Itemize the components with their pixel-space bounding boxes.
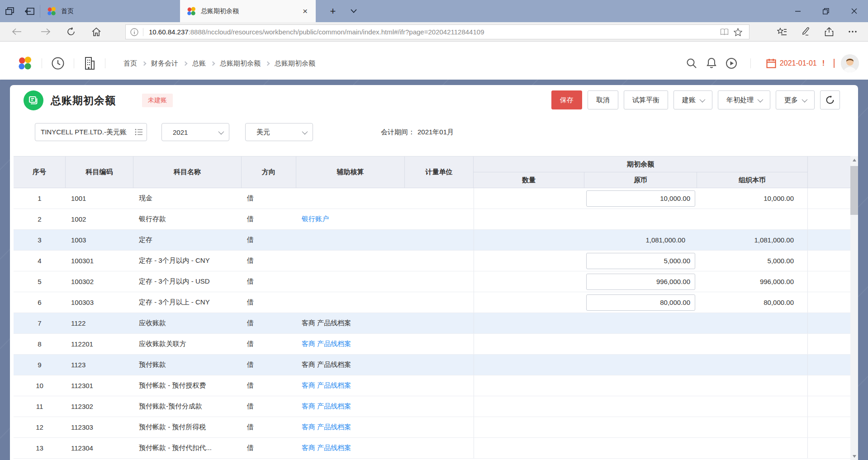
forward-icon[interactable] bbox=[38, 25, 53, 38]
row-filler bbox=[808, 313, 850, 333]
notification-bell-icon[interactable] bbox=[702, 57, 721, 69]
chevron-down-icon bbox=[218, 128, 224, 134]
row-seq: 8 bbox=[14, 334, 66, 354]
tab-gl-opening-balance[interactable]: 总账期初余额 × bbox=[180, 0, 316, 22]
url-field[interactable]: 10.60.84.237:8888/nccloud/resources/work… bbox=[125, 24, 749, 39]
tab-list-dropdown-icon[interactable] bbox=[345, 0, 363, 22]
row-aux-link[interactable]: 客商 产品线档案 bbox=[296, 417, 405, 437]
table-row[interactable]: 8112201应收账款关联方借客商 产品线档案 bbox=[14, 334, 850, 355]
tab-preview-icon[interactable] bbox=[0, 0, 20, 22]
table-row[interactable]: 11112302预付账款-预付分成款借客商 产品线档案 bbox=[14, 396, 850, 417]
workbench-logo-icon bbox=[47, 6, 57, 16]
chevron-right-icon bbox=[211, 61, 215, 66]
row-code: 100301 bbox=[66, 251, 133, 271]
orig-amount-input[interactable]: 10,000.00 bbox=[586, 190, 695, 207]
year-begin-dropdown-button[interactable]: 年初处理 bbox=[718, 90, 770, 109]
cancel-button[interactable]: 取消 bbox=[588, 90, 618, 109]
page-background: 总账期初余额 未建账 保存 取消 试算平衡 建账 年初处理 更多 TINYCEL… bbox=[0, 80, 868, 460]
more-dropdown-button[interactable]: 更多 bbox=[776, 90, 815, 109]
chevron-down-icon bbox=[700, 96, 706, 102]
account-book-picker[interactable]: TINYCELL PTE.LTD.-美元账 bbox=[35, 123, 147, 141]
row-aux bbox=[296, 251, 405, 271]
table-row[interactable]: 11001现金借10,000.0010,000.00 bbox=[14, 188, 850, 209]
build-ledger-dropdown-button[interactable]: 建账 bbox=[674, 90, 712, 109]
recent-apps-clock-icon[interactable] bbox=[51, 57, 65, 70]
row-aux: 客商 产品线档案 bbox=[296, 313, 405, 333]
scrollbar-thumb[interactable] bbox=[850, 166, 858, 215]
share-icon[interactable] bbox=[817, 25, 841, 38]
vertical-scrollbar[interactable] bbox=[850, 156, 858, 460]
row-qty bbox=[474, 334, 584, 354]
table-row[interactable]: 71122应收账款借客商 产品线档案 bbox=[14, 313, 850, 334]
breadcrumb-item[interactable]: 财务会计 bbox=[151, 59, 178, 68]
row-unit bbox=[405, 396, 474, 417]
refresh-button[interactable] bbox=[820, 90, 840, 109]
set-tabs-aside-icon[interactable] bbox=[20, 0, 40, 22]
fiscal-year-select[interactable]: 2021 bbox=[161, 123, 229, 141]
table-row[interactable]: 12112303预付帐款 - 预付所得税借客商 产品线档案 bbox=[14, 417, 850, 438]
business-date[interactable]: 2021-01-01 ! bbox=[766, 58, 825, 68]
home-icon[interactable] bbox=[89, 25, 104, 38]
breadcrumb-item[interactable]: 总账期初余额 bbox=[220, 59, 261, 68]
trial-balance-button[interactable]: 试算平衡 bbox=[624, 90, 668, 109]
new-tab-button[interactable]: + bbox=[324, 0, 342, 22]
more-options-icon[interactable] bbox=[841, 25, 864, 38]
window-close-button[interactable] bbox=[840, 0, 868, 22]
status-badge: 未建账 bbox=[142, 94, 173, 107]
table-row[interactable]: 31003定存借1,081,000.001,081,000.00 bbox=[14, 230, 850, 251]
search-icon[interactable] bbox=[682, 58, 702, 69]
table-row[interactable]: 6100303定存 - 3个月以上 - CNY借80,000.0080,000.… bbox=[14, 292, 850, 313]
tab-home[interactable]: 首页 bbox=[40, 0, 176, 22]
tab-close-icon[interactable]: × bbox=[301, 6, 309, 16]
reading-view-icon[interactable] bbox=[717, 28, 731, 35]
row-aux-link[interactable]: 客商 产品线档案 bbox=[296, 396, 405, 417]
row-aux-link[interactable]: 客商 产品线档案 bbox=[296, 438, 405, 458]
currency-select[interactable]: 美元 bbox=[245, 123, 313, 141]
breadcrumb-item[interactable]: 总账 bbox=[192, 59, 206, 68]
row-orig-amount bbox=[584, 355, 697, 375]
breadcrumb-item[interactable]: 首页 bbox=[123, 59, 137, 68]
breadcrumb: 首页财务会计总账总账期初余额总账期初余额 bbox=[123, 59, 315, 68]
row-aux-link[interactable]: 客商 产品线档案 bbox=[296, 334, 405, 354]
header-divider bbox=[42, 58, 42, 68]
table-row[interactable]: 91123预付账款借客商 产品线档案 bbox=[14, 355, 850, 375]
row-aux-link[interactable]: 银行账户 bbox=[296, 209, 405, 229]
row-filler bbox=[808, 188, 850, 209]
scroll-up-icon[interactable] bbox=[850, 156, 858, 164]
window-restore-button[interactable] bbox=[812, 0, 840, 22]
row-local-amount bbox=[697, 209, 808, 229]
window-minimize-button[interactable] bbox=[784, 0, 812, 22]
orig-amount-input[interactable]: 5,000.00 bbox=[586, 253, 695, 269]
row-unit bbox=[405, 375, 474, 396]
organization-building-icon[interactable] bbox=[83, 57, 96, 70]
refresh-icon[interactable] bbox=[63, 25, 79, 38]
year-begin-label: 年初处理 bbox=[726, 96, 754, 104]
table-row[interactable]: 5100302定存 - 3个月以内 - USD借996,000.00996,00… bbox=[14, 271, 850, 292]
row-local-amount: 996,000.00 bbox=[697, 271, 808, 292]
row-filler bbox=[808, 438, 850, 458]
site-info-icon[interactable] bbox=[130, 28, 143, 36]
favorite-star-icon[interactable] bbox=[731, 28, 745, 36]
avatar[interactable] bbox=[841, 54, 859, 72]
row-name: 预付账款 bbox=[133, 355, 242, 375]
table-row[interactable]: 21002银行存款借银行账户 bbox=[14, 209, 850, 230]
web-note-pen-icon[interactable] bbox=[794, 25, 817, 38]
table-row[interactable]: 13112304预付帐款 - 预付代扣代...借客商 产品线档案 bbox=[14, 438, 850, 459]
table-header: 序号 科目编码 科目名称 方向 辅助核算 计量单位 期初余额 数量 原币 组织本… bbox=[14, 156, 850, 188]
play-video-icon[interactable] bbox=[721, 57, 741, 69]
hub-favorites-icon[interactable] bbox=[770, 25, 794, 38]
table-row[interactable]: 10112301预付帐款 - 预付授权费借客商 产品线档案 bbox=[14, 375, 850, 396]
balance-table: 序号 科目编码 科目名称 方向 辅助核算 计量单位 期初余额 数量 原币 组织本… bbox=[14, 156, 858, 460]
account-book-value: TINYCELL PTE.LTD.-美元账 bbox=[41, 128, 135, 137]
table-row[interactable]: 4100301定存 - 3个月以内 - CNY借5,000.005,000.00 bbox=[14, 251, 850, 271]
orig-amount-input[interactable]: 996,000.00 bbox=[586, 274, 695, 290]
orig-amount-input[interactable]: 80,000.00 bbox=[586, 294, 695, 311]
breadcrumb-item[interactable]: 总账期初余额 bbox=[275, 59, 315, 68]
scroll-down-icon[interactable] bbox=[850, 452, 858, 460]
save-button[interactable]: 保存 bbox=[551, 90, 582, 109]
back-icon[interactable] bbox=[9, 25, 24, 38]
row-filler bbox=[808, 271, 850, 292]
row-direction: 借 bbox=[242, 313, 296, 333]
row-aux-link[interactable]: 客商 产品线档案 bbox=[296, 375, 405, 396]
row-name: 预付账款-预付分成款 bbox=[133, 396, 242, 417]
